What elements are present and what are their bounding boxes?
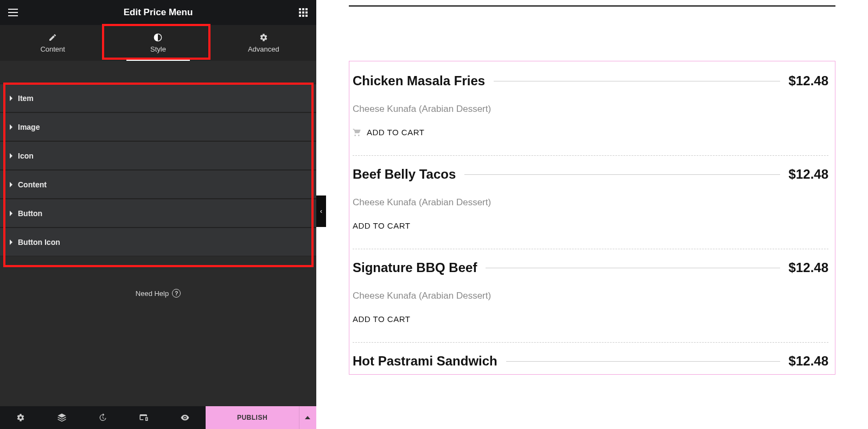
chevron-right-icon: [10, 96, 12, 101]
menu-item-price: $12.48: [789, 354, 828, 369]
accordion-label: Button: [18, 209, 42, 218]
hamburger-icon: [8, 9, 18, 16]
menu-item-title: Beef Belly Tacos: [353, 167, 456, 182]
separator-line: [506, 361, 780, 362]
menu-item-desc: Cheese Kunafa (Arabian Dessert): [353, 104, 828, 115]
accordion-content[interactable]: Content: [0, 170, 316, 199]
publish-button[interactable]: PUBLISH: [206, 406, 299, 429]
panel-header: Edit Price Menu: [0, 0, 316, 25]
settings-button[interactable]: [0, 406, 41, 429]
tab-content[interactable]: Content: [0, 25, 105, 61]
accordion-label: Button Icon: [18, 238, 60, 247]
accordion-button-icon[interactable]: Button Icon: [0, 228, 316, 256]
menu-item-price: $12.48: [789, 260, 828, 275]
menu-icon[interactable]: [5, 5, 21, 20]
preview-canvas: Chicken Masala Fries $12.48 Cheese Kunaf…: [316, 0, 868, 429]
add-to-cart-button[interactable]: ADD TO CART: [353, 128, 828, 137]
collapse-panel-button[interactable]: ‹: [316, 195, 326, 227]
editor-panel: Edit Price Menu Content Style Advanced I…: [0, 0, 316, 429]
gear-icon: [259, 33, 268, 42]
layers-icon: [57, 413, 67, 422]
separator-line: [494, 81, 780, 81]
responsive-button[interactable]: [123, 406, 164, 429]
accordion-label: Icon: [18, 152, 34, 160]
separator-line: [486, 268, 780, 268]
add-to-cart-label: ADD TO CART: [353, 221, 410, 230]
chevron-right-icon: [10, 211, 12, 216]
add-to-cart-button[interactable]: ADD TO CART: [353, 221, 828, 230]
chevron-right-icon: [10, 124, 12, 130]
menu-item-title: Signature BBQ Beef: [353, 260, 477, 275]
accordion-icon[interactable]: Icon: [0, 141, 316, 170]
eye-icon: [180, 413, 190, 422]
add-to-cart-label: ADD TO CART: [353, 314, 410, 324]
menu-item-desc: Cheese Kunafa (Arabian Dessert): [353, 291, 828, 301]
menu-item-title: Hot Pastrami Sandwich: [353, 354, 497, 369]
add-to-cart-label: ADD TO CART: [367, 128, 424, 137]
price-menu-widget[interactable]: Chicken Masala Fries $12.48 Cheese Kunaf…: [349, 61, 835, 375]
chevron-left-icon: ‹: [320, 207, 322, 215]
need-help-link[interactable]: Need Help ?: [136, 289, 181, 298]
menu-item: Hot Pastrami Sandwich $12.48: [353, 348, 828, 369]
apps-icon[interactable]: [296, 5, 311, 20]
devices-icon: [139, 413, 149, 422]
navigator-button[interactable]: [41, 406, 82, 429]
need-help-label: Need Help: [136, 289, 169, 298]
add-to-cart-button[interactable]: ADD TO CART: [353, 314, 828, 324]
tab-advanced-label: Advanced: [248, 45, 279, 53]
gear-icon: [16, 413, 25, 422]
tab-advanced[interactable]: Advanced: [211, 25, 316, 61]
menu-item-price: $12.48: [789, 73, 828, 89]
grid-icon: [299, 8, 308, 17]
tab-content-label: Content: [40, 45, 65, 53]
editor-tabs: Content Style Advanced: [0, 25, 316, 61]
contrast-icon: [154, 33, 162, 42]
panel-spacer: Need Help ?: [0, 256, 316, 406]
accordion-button[interactable]: Button: [0, 199, 316, 228]
pencil-icon: [48, 33, 57, 42]
menu-item-desc: Cheese Kunafa (Arabian Dessert): [353, 197, 828, 208]
panel-title: Edit Price Menu: [21, 7, 296, 18]
preview-button[interactable]: [164, 406, 206, 429]
accordion-label: Content: [18, 180, 47, 189]
question-icon: ?: [172, 289, 181, 298]
panel-footer: PUBLISH: [0, 406, 316, 429]
tab-style[interactable]: Style: [105, 25, 210, 61]
menu-item-price: $12.48: [789, 167, 828, 182]
accordion-item[interactable]: Item: [0, 84, 316, 112]
accordion-label: Item: [18, 94, 34, 103]
chevron-right-icon: [10, 239, 12, 245]
chevron-right-icon: [10, 153, 12, 159]
separator-line: [464, 174, 780, 175]
chevron-right-icon: [10, 182, 12, 187]
basket-icon: [353, 128, 361, 137]
tab-style-label: Style: [150, 45, 166, 53]
accordion-label: Image: [18, 123, 40, 131]
chevron-up-icon: [305, 416, 310, 419]
menu-item: Chicken Masala Fries $12.48 Cheese Kunaf…: [353, 68, 828, 156]
menu-item: Beef Belly Tacos $12.48 Cheese Kunafa (A…: [353, 161, 828, 249]
publish-options-button[interactable]: [299, 406, 316, 429]
divider: [349, 5, 835, 7]
accordion-image[interactable]: Image: [0, 112, 316, 141]
menu-item: Signature BBQ Beef $12.48 Cheese Kunafa …: [353, 255, 828, 343]
menu-item-title: Chicken Masala Fries: [353, 73, 485, 89]
style-accordions: Item Image Icon Content Button Button Ic…: [0, 61, 316, 256]
history-button[interactable]: [82, 406, 124, 429]
history-icon: [98, 413, 107, 422]
